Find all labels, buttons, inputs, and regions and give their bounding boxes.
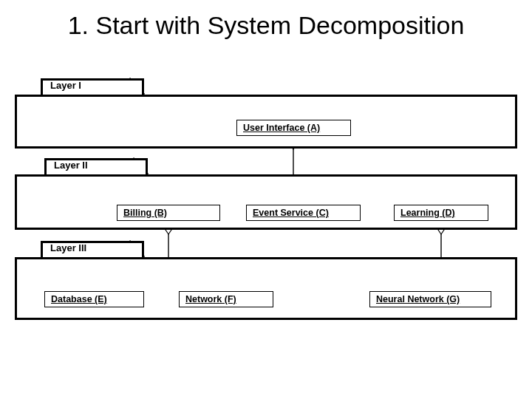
layer2-label: Layer II: [54, 160, 88, 171]
node-event-service: Event Service (C): [246, 205, 361, 221]
layer3-box: [15, 257, 517, 320]
node-billing: Billing (B): [117, 205, 220, 221]
node-neural-network: Neural Network (G): [369, 291, 491, 307]
node-user-interface: User Interface (A): [236, 120, 351, 136]
layer3-label: Layer III: [50, 242, 86, 253]
node-learning: Learning (D): [394, 205, 488, 221]
node-database: Database (E): [44, 291, 144, 307]
layer1-label-top: Layer I: [50, 80, 81, 91]
node-network: Network (F): [179, 291, 273, 307]
diagram-title: 1. Start with System Decomposition: [0, 10, 532, 41]
layer2-box: [15, 174, 517, 230]
